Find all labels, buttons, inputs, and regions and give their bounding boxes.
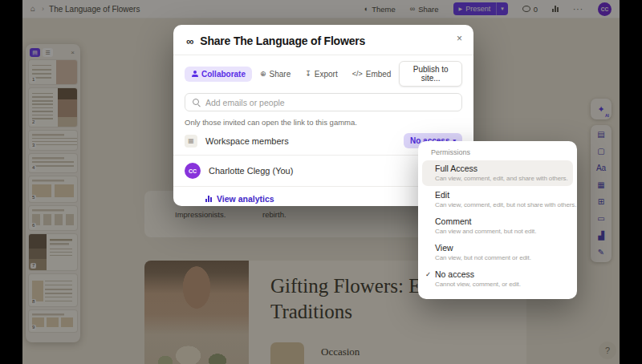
option-description: Cannot view, comment, or edit. [435, 281, 568, 288]
option-description: Can view, comment, edit, and share with … [435, 175, 568, 182]
permission-option-no-access[interactable]: ✓ No access Cannot view, comment, or edi… [422, 266, 573, 292]
tab-label: Embed [366, 70, 392, 79]
workspace-members-label: Workspace members [205, 136, 396, 146]
permissions-menu: Permissions Full Access Can view, commen… [418, 141, 577, 299]
publish-to-site-button[interactable]: Publish to site... [399, 61, 462, 87]
option-label: Comment [435, 216, 568, 226]
permission-option-edit[interactable]: Edit Can view, comment, edit, but not sh… [422, 187, 573, 212]
close-icon[interactable]: × [457, 33, 462, 44]
search-icon [193, 99, 200, 106]
option-description: Can view, but not comment or edit. [435, 254, 568, 261]
globe-icon: ⊕ [260, 71, 266, 78]
code-icon: </> [352, 71, 363, 78]
permission-option-view[interactable]: View Can view, but not comment or edit. [422, 240, 573, 265]
option-description: Can view, comment, edit, but not share w… [435, 201, 568, 208]
tab-share[interactable]: ⊕ Share [254, 67, 297, 82]
person-add-icon [191, 71, 198, 78]
permission-option-comment[interactable]: Comment Can view and comment, but not ed… [422, 213, 573, 239]
invite-input-wrapper [185, 93, 462, 111]
workspace-logo-icon: ▦ [185, 135, 197, 148]
option-label: Edit [435, 190, 568, 200]
tab-collaborate[interactable]: Collaborate [185, 67, 252, 82]
option-label: Full Access [435, 164, 568, 173]
permission-option-full-access[interactable]: Full Access Can view, comment, edit, and… [422, 160, 573, 186]
option-label: View [435, 243, 568, 253]
tab-export[interactable]: ↧ Export [299, 67, 343, 82]
bar-chart-icon [205, 196, 212, 202]
tab-label: Share [270, 70, 291, 79]
invite-email-input[interactable] [205, 98, 454, 107]
download-icon: ↧ [305, 71, 311, 78]
option-label: No access [435, 269, 568, 279]
share-dialog-title: Share The Language of Flowers [200, 34, 365, 47]
view-analytics-label: View analytics [217, 194, 274, 204]
tab-label: Collaborate [201, 70, 246, 79]
avatar: CC [185, 163, 201, 179]
tab-label: Export [315, 70, 338, 79]
permissions-menu-header: Permissions [422, 146, 573, 160]
tab-embed[interactable]: </> Embed [346, 67, 398, 82]
share-dialog-header: ∞ Share The Language of Flowers × [173, 25, 473, 55]
check-icon: ✓ [425, 270, 431, 278]
screenshot-stage: ⌂ › The Language of Flowers ◐ Theme ∞ Sh… [0, 0, 642, 364]
option-description: Can view and comment, but not edit. [435, 228, 568, 235]
share-dialog-tabs: Collaborate ⊕ Share ↧ Export </> Embed P… [173, 55, 473, 92]
link-visibility-caption: Only those invited can open the link to … [185, 118, 462, 127]
link-icon: ∞ [186, 36, 193, 47]
